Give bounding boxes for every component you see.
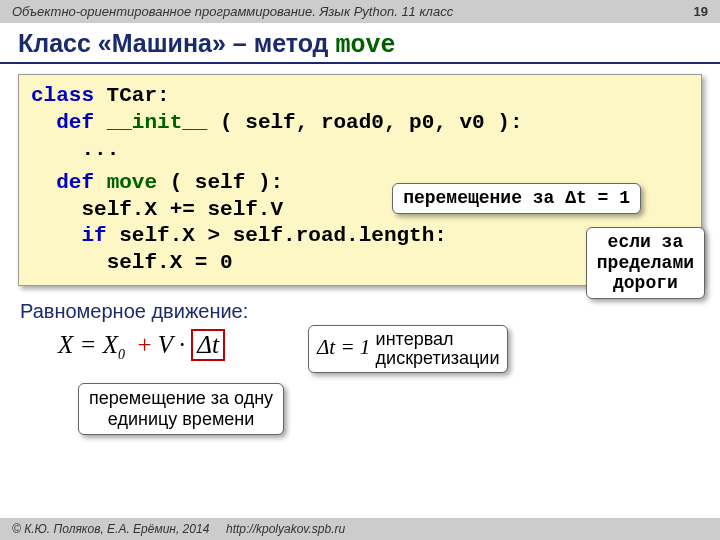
- code-text: ( self, road0, p0, v0 ):: [207, 111, 522, 134]
- code-block: class TCar: def __init__ ( self, road0, …: [18, 74, 702, 286]
- code-text: self.X > self.road.length:: [107, 224, 447, 247]
- footer: © К.Ю. Поляков, Е.А. Ерёмин, 2014 http:/…: [0, 518, 720, 540]
- callout-dt1: перемещение за Δt = 1: [392, 183, 641, 214]
- section-subhead: Равномерное движение:: [20, 300, 702, 323]
- fn-move: move: [107, 171, 157, 194]
- formula-lhs: X = X: [58, 331, 118, 358]
- code-ellipsis: ...: [81, 138, 119, 161]
- code-text: self.X = 0: [107, 251, 233, 274]
- code-text: self.X += self.V: [81, 198, 283, 221]
- callout-text: перемещение за Δt = 1: [403, 188, 630, 208]
- formula-sub: 0: [118, 347, 125, 362]
- page-title: Класс «Машина» – метод move: [0, 23, 720, 64]
- fn-init: __init__: [107, 111, 208, 134]
- formula-area: X = X0 + V · Δt Δt = 1 интервал дискрети…: [18, 329, 702, 449]
- callout-unit-time: перемещение за одну единицу времени: [78, 383, 284, 434]
- kw-if: if: [81, 224, 106, 247]
- content-area: class TCar: def __init__ ( self, road0, …: [0, 64, 720, 459]
- footer-copyright: © К.Ю. Поляков, Е.А. Ерёмин, 2014: [12, 522, 209, 536]
- kw-def: def: [56, 171, 94, 194]
- page-number: 19: [694, 4, 708, 19]
- footer-url: http://kpolyakov.spb.ru: [226, 522, 345, 536]
- code-text: TCar:: [94, 84, 170, 107]
- title-method: move: [335, 31, 395, 60]
- course-label: Объектно-ориентированное программировани…: [12, 4, 453, 19]
- callout-bounds: если за пределами дороги: [586, 227, 705, 299]
- callout-text: если за пределами дороги: [597, 232, 694, 293]
- header: Объектно-ориентированное программировани…: [0, 0, 720, 23]
- code-text: ( self ):: [157, 171, 283, 194]
- formula-v: V: [158, 331, 173, 358]
- kw-def: def: [56, 111, 94, 134]
- callout-interval: Δt = 1 интервал дискретизации: [308, 325, 508, 373]
- kw-class: class: [31, 84, 94, 107]
- callout-text: перемещение за одну единицу времени: [89, 388, 273, 429]
- callout-text: интервал дискретизации: [376, 330, 500, 368]
- title-prefix: Класс «Машина» – метод: [18, 29, 335, 57]
